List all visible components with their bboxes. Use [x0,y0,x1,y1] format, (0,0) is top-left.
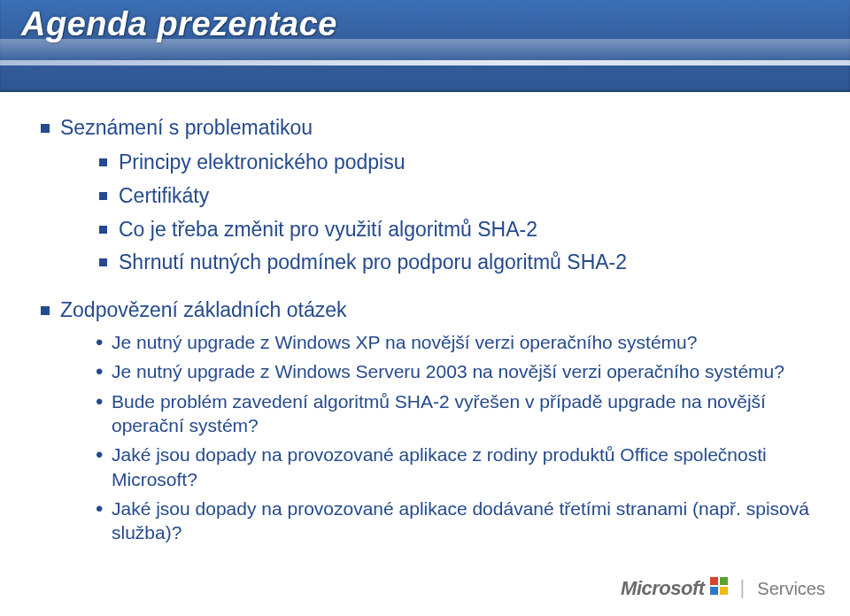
bullet-list: Zodpovězení základních otázek Je nutný u… [35,297,815,544]
bullet-lvl1: Zodpovězení základních otázek Je nutný u… [35,297,815,544]
bullet-lvl2: Co je třeba změnit pro využití algoritmů… [96,217,815,243]
question-list: Je nutný upgrade z Windows XP na novější… [94,330,815,544]
bullet-text: Shrnutí nutných podmínek pro podporu alg… [119,250,627,273]
brand-name: Microsoft [621,577,705,599]
bullet-text: Je nutný upgrade z Windows Serveru 2003 … [112,361,784,381]
tile-green [720,577,728,585]
bullet-text: Jaké jsou dopady na provozované aplikace… [112,444,767,489]
bullet-text: Jaké jsou dopady na provozované aplikace… [112,498,809,543]
bullet-lvl3: Jaké jsou dopady na provozované aplikace… [94,497,815,545]
bullet-lvl2: Shrnutí nutných podmínek pro podporu alg… [96,250,815,276]
logo-divider: | [738,576,747,600]
slide-content: Seznámení s problematikou Principy elekt… [35,115,815,553]
product-name: Services [757,579,825,600]
sub-bullet-list: Principy elektronického podpisu Certifik… [96,150,815,277]
bullet-lvl3: Je nutný upgrade z Windows Serveru 2003 … [94,359,815,383]
bullet-text: Co je třeba změnit pro využití algoritmů… [119,218,537,241]
slide-header: Agenda prezentace [0,0,850,92]
bullet-text: Je nutný upgrade z Windows XP na novější… [112,332,697,352]
tile-blue [710,587,718,595]
bullet-text: Bude problém zavedení algoritmů SHA-2 vy… [112,391,766,435]
slide-title: Agenda prezentace [21,5,337,43]
spacer [35,285,815,297]
microsoft-logo: Microsoft [621,577,728,600]
bullet-lvl1: Seznámení s problematikou Principy elekt… [35,115,815,276]
bullet-lvl3: Je nutný upgrade z Windows XP na novější… [94,330,815,354]
bullet-text: Certifikáty [119,184,209,207]
bullet-list: Seznámení s problematikou Principy elekt… [35,115,815,276]
bullet-lvl2: Certifikáty [96,183,815,210]
bullet-lvl3: Jaké jsou dopady na provozované aplikace… [94,443,815,491]
tile-red [710,577,718,585]
bullet-text: Zodpovězení základních otázek [60,298,346,321]
presentation-slide: Agenda prezentace Seznámení s problemati… [0,0,850,616]
microsoft-tiles-icon [710,577,728,595]
bullet-lvl3: Bude problém zavedení algoritmů SHA-2 vy… [94,389,815,438]
bullet-lvl2: Principy elektronického podpisu [96,150,815,176]
bullet-text: Principy elektronického podpisu [119,150,405,173]
tile-yellow [720,587,728,595]
header-separator [0,60,850,65]
footer-logo: Microsoft | Services [621,576,825,600]
bullet-text: Seznámení s problematikou [60,116,313,139]
